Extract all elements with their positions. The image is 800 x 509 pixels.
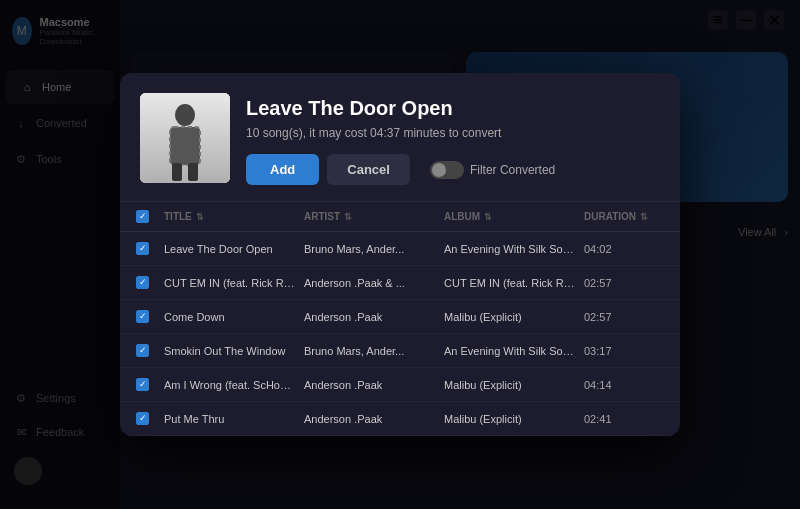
title-sort-icon[interactable]: ⇅ — [196, 212, 204, 222]
cancel-button[interactable]: Cancel — [327, 154, 410, 185]
row-checkbox-cell-0 — [136, 242, 164, 255]
th-checkbox — [136, 210, 164, 223]
filter-label: Filter Converted — [470, 163, 555, 177]
th-title: TITLE ⇅ — [164, 210, 304, 223]
modal-title: Leave The Door Open — [246, 97, 660, 120]
modal-subtitle: 10 song(s), it may cost 04:37 minutes to… — [246, 126, 660, 140]
row-title-3: Smokin Out The Window — [164, 345, 304, 357]
select-all-checkbox[interactable] — [136, 210, 149, 223]
table-row: Leave The Door Open Bruno Mars, Ander...… — [120, 232, 680, 266]
add-button[interactable]: Add — [246, 154, 319, 185]
row-checkbox-3[interactable] — [136, 344, 149, 357]
svg-rect-3 — [170, 127, 200, 165]
table-row: Come Down Anderson .Paak Malibu (Explici… — [120, 300, 680, 334]
table-row: Am I Wrong (feat. ScHoolboy Q) Anderson … — [120, 368, 680, 402]
modal: Leave The Door Open 10 song(s), it may c… — [120, 73, 680, 436]
table-row: CUT EM IN (feat. Rick Ross) Anderson .Pa… — [120, 266, 680, 300]
filter-toggle-container: Filter Converted — [430, 161, 555, 179]
row-artist-4: Anderson .Paak — [304, 379, 444, 391]
row-duration-0: 04:02 — [584, 243, 664, 255]
row-duration-3: 03:17 — [584, 345, 664, 357]
row-album-3: An Evening With Silk Sonic — [444, 345, 584, 357]
table-row: Put Me Thru Anderson .Paak Malibu (Expli… — [120, 402, 680, 436]
row-album-2: Malibu (Explicit) — [444, 311, 584, 323]
row-checkbox-5[interactable] — [136, 412, 149, 425]
svg-rect-6 — [188, 163, 198, 181]
row-checkbox-0[interactable] — [136, 242, 149, 255]
album-sort-icon[interactable]: ⇅ — [484, 212, 492, 222]
row-title-4: Am I Wrong (feat. ScHoolboy Q) — [164, 379, 304, 391]
row-checkbox-cell-5 — [136, 412, 164, 425]
row-checkbox-cell-3 — [136, 344, 164, 357]
row-checkbox-cell-4 — [136, 378, 164, 391]
album-art-figure — [140, 93, 230, 183]
row-album-1: CUT EM IN (feat. Rick Ross... — [444, 277, 584, 289]
row-duration-4: 04:14 — [584, 379, 664, 391]
modal-overlay: Leave The Door Open 10 song(s), it may c… — [0, 0, 800, 509]
duration-sort-icon[interactable]: ⇅ — [640, 212, 648, 222]
row-artist-3: Bruno Mars, Ander... — [304, 345, 444, 357]
row-title-1: CUT EM IN (feat. Rick Ross) — [164, 277, 304, 289]
modal-info: Leave The Door Open 10 song(s), it may c… — [246, 93, 660, 185]
row-checkbox-2[interactable] — [136, 310, 149, 323]
modal-actions: Add Cancel Filter Converted — [246, 154, 660, 185]
row-album-0: An Evening With Silk Sonic — [444, 243, 584, 255]
row-artist-0: Bruno Mars, Ander... — [304, 243, 444, 255]
row-checkbox-cell-1 — [136, 276, 164, 289]
row-artist-2: Anderson .Paak — [304, 311, 444, 323]
toggle-knob — [432, 163, 446, 177]
row-album-5: Malibu (Explicit) — [444, 413, 584, 425]
row-artist-5: Anderson .Paak — [304, 413, 444, 425]
modal-header: Leave The Door Open 10 song(s), it may c… — [120, 73, 680, 201]
row-checkbox-1[interactable] — [136, 276, 149, 289]
svg-point-2 — [175, 104, 195, 126]
row-title-2: Come Down — [164, 311, 304, 323]
table-row: Smokin Out The Window Bruno Mars, Ander.… — [120, 334, 680, 368]
artist-sort-icon[interactable]: ⇅ — [344, 212, 352, 222]
table-body: Leave The Door Open Bruno Mars, Ander...… — [120, 232, 680, 436]
row-title-0: Leave The Door Open — [164, 243, 304, 255]
th-artist: ARTIST ⇅ — [304, 210, 444, 223]
row-duration-1: 02:57 — [584, 277, 664, 289]
svg-rect-5 — [172, 163, 182, 181]
row-checkbox-4[interactable] — [136, 378, 149, 391]
table-header: TITLE ⇅ ARTIST ⇅ ALBUM ⇅ DURATION ⇅ — [120, 201, 680, 232]
row-duration-5: 02:41 — [584, 413, 664, 425]
album-art — [140, 93, 230, 183]
row-album-4: Malibu (Explicit) — [444, 379, 584, 391]
row-duration-2: 02:57 — [584, 311, 664, 323]
row-title-5: Put Me Thru — [164, 413, 304, 425]
th-album: ALBUM ⇅ — [444, 210, 584, 223]
row-artist-1: Anderson .Paak & ... — [304, 277, 444, 289]
filter-converted-toggle[interactable] — [430, 161, 464, 179]
th-duration: DURATION ⇅ — [584, 210, 664, 223]
row-checkbox-cell-2 — [136, 310, 164, 323]
modal-table: TITLE ⇅ ARTIST ⇅ ALBUM ⇅ DURATION ⇅ — [120, 201, 680, 436]
